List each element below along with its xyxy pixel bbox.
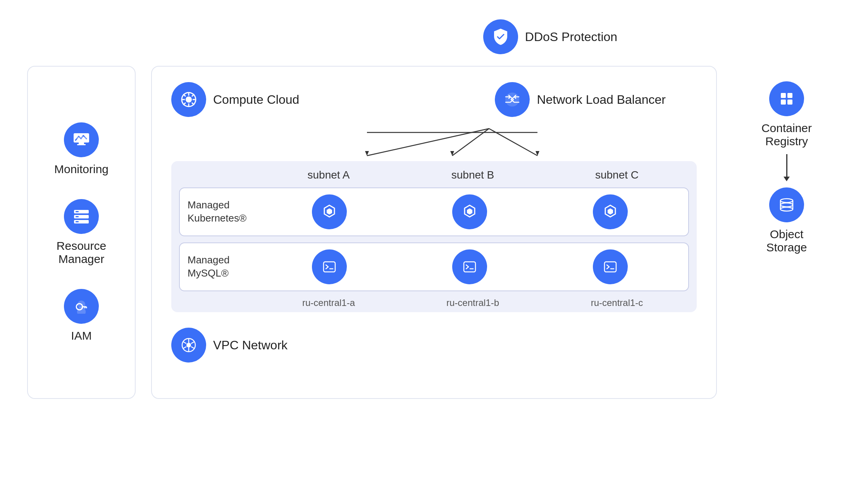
registry-to-storage-arrow [786,154,787,177]
svg-marker-33 [327,208,332,215]
mysql-icons [259,249,680,284]
ddos-row: DDoS Protection [251,19,617,54]
zone-c-label: ru-central1-c [574,297,660,308]
svg-point-45 [186,343,191,347]
svg-marker-35 [467,208,472,215]
svg-line-48 [183,342,186,344]
svg-line-50 [191,342,195,344]
nlb-label: Network Load Balancer [537,93,666,107]
vpc-icon [171,328,206,363]
svg-rect-1 [79,143,84,144]
svg-point-62 [780,207,793,211]
kubernetes-icon-c [593,194,628,229]
subnet-a-label: subnet A [286,169,371,181]
compute-cloud-label: Compute Cloud [213,93,299,107]
svg-line-51 [183,347,186,349]
container-registry-icon [769,81,804,116]
svg-point-56 [780,199,793,203]
subnet-headers: subnet A subnet B subnet C [179,169,689,181]
resource-manager-label: ResourceManager [57,239,106,266]
svg-rect-40 [464,262,475,272]
monitoring-icon [64,122,99,157]
compute-icon [171,82,206,117]
zone-a-label: ru-central1-a [286,297,371,308]
subnet-container: subnet A subnet B subnet C ManagedKubern… [171,129,697,312]
resource-manager-icon [64,199,99,234]
compute-cloud-row: Compute Cloud [171,82,299,117]
kubernetes-icon-b [452,194,487,229]
svg-rect-8 [76,221,79,222]
svg-marker-37 [608,208,613,215]
svg-line-22 [192,94,194,96]
diagram-container: DDoS Protection Monitoring [27,19,841,469]
iam-icon [64,289,99,324]
subnet-area: subnet A subnet B subnet C ManagedKubern… [171,161,697,312]
object-storage-item: ObjectStorage [766,187,807,254]
svg-rect-52 [781,93,786,98]
svg-line-20 [183,94,186,96]
container-registry-item: ContainerRegistry [761,81,812,148]
ddos-icon [483,19,518,54]
center-panel: Compute Cloud Network Load Balanc [151,66,717,399]
svg-line-49 [191,347,195,349]
resource-manager-item: ResourceManager [57,199,106,266]
zone-b-label: ru-central1-b [430,297,515,308]
kubernetes-icons [259,194,680,229]
vpc-row: VPC Network [171,328,697,363]
right-panel: ContainerRegistry [732,66,841,254]
svg-line-23 [183,103,186,105]
nlb-row: Network Load Balancer [495,82,666,117]
mysql-icon-b [452,249,487,284]
managed-kubernetes-label: ManagedKubernetes® [188,199,259,225]
managed-kubernetes-row: ManagedKubernetes® [179,187,689,236]
svg-rect-42 [604,262,616,272]
container-registry-label: ContainerRegistry [761,122,812,148]
managed-mysql-row: ManagedMySQL® [179,242,689,291]
subnet-c-label: subnet C [574,169,660,181]
object-storage-icon [769,187,804,222]
svg-point-59 [780,203,793,207]
iam-label: IAM [71,329,91,342]
svg-line-21 [192,103,194,105]
ddos-label: DDoS Protection [525,30,617,44]
iam-item: IAM [64,289,99,342]
object-storage-label: ObjectStorage [766,228,807,254]
monitoring-label: Monitoring [54,163,108,176]
mysql-icon-a [312,249,347,284]
svg-rect-2 [77,144,86,145]
zone-labels: ru-central1-a ru-central1-b ru-central1-… [179,297,689,308]
svg-rect-7 [76,216,79,217]
svg-rect-54 [781,100,786,105]
svg-rect-38 [324,262,335,272]
svg-point-15 [186,96,192,103]
managed-mysql-label: ManagedMySQL® [188,254,259,280]
monitoring-item: Monitoring [54,122,108,176]
center-top-row: Compute Cloud Network Load Balanc [171,82,697,117]
svg-rect-6 [76,211,79,212]
mysql-icon-c [593,249,628,284]
nlb-arrows-svg [171,129,697,160]
svg-rect-55 [787,100,792,105]
svg-point-24 [505,93,519,107]
vpc-label: VPC Network [213,338,288,352]
kubernetes-icon-a [312,194,347,229]
nlb-icon [495,82,530,117]
svg-rect-53 [787,93,792,98]
subnet-b-label: subnet B [430,169,515,181]
left-panel: Monitoring ResourceManager [27,66,136,399]
main-row: Monitoring ResourceManager [27,66,841,399]
